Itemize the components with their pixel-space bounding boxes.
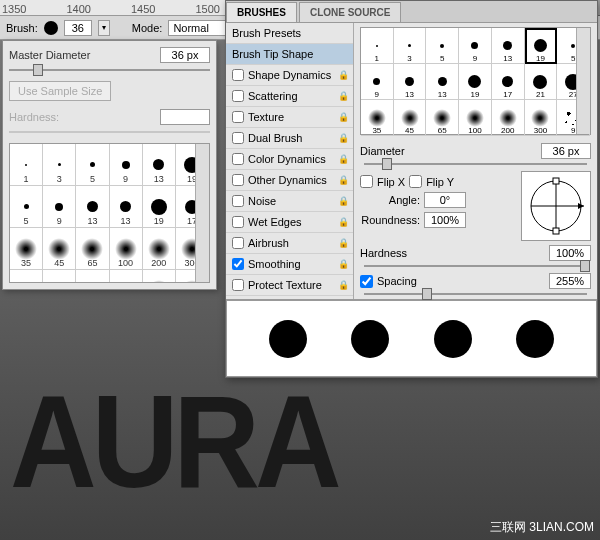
brush-preset-cell[interactable]: 17 — [110, 270, 143, 283]
brush-preset-cell[interactable]: 19 — [76, 270, 109, 283]
brush-preset-cell[interactable]: 13 — [143, 144, 176, 186]
brush-tip-cell[interactable]: 35 — [361, 100, 394, 136]
brush-option-item[interactable]: Dual Brush🔒 — [226, 128, 353, 149]
roundness-field[interactable]: 100% — [424, 212, 466, 228]
option-label: Color Dynamics — [248, 153, 326, 165]
brush-option-item[interactable]: Airbrush🔒 — [226, 233, 353, 254]
brush-tip-cell[interactable]: 17 — [492, 64, 525, 100]
brush-preset-cell[interactable]: 13 — [110, 186, 143, 228]
brush-option-item[interactable]: Shape Dynamics🔒 — [226, 65, 353, 86]
brush-preset-cell[interactable]: 45 — [143, 270, 176, 283]
preview-dot-icon — [269, 320, 307, 358]
preview-dot-icon — [351, 320, 389, 358]
master-diameter-field[interactable]: 36 px — [160, 47, 210, 63]
brush-tip-shape-item[interactable]: Brush Tip Shape — [226, 44, 353, 65]
option-checkbox[interactable] — [232, 111, 244, 123]
brush-size-field[interactable]: 36 — [64, 20, 92, 36]
brush-preset-cell[interactable]: 9 — [43, 186, 76, 228]
flip-x-checkbox[interactable] — [360, 175, 373, 188]
brush-presets-item[interactable]: Brush Presets — [226, 23, 353, 44]
brush-tip-cell[interactable]: 21 — [525, 64, 558, 100]
brush-tip-cell[interactable]: 100 — [459, 100, 492, 136]
brush-tip-cell[interactable]: 300 — [525, 100, 558, 136]
master-diameter-slider[interactable] — [9, 69, 210, 71]
option-checkbox[interactable] — [232, 258, 244, 270]
hardness-field[interactable]: 100% — [549, 245, 591, 261]
brush-tip-cell[interactable]: 13 — [426, 64, 459, 100]
brush-option-item[interactable]: Scattering🔒 — [226, 86, 353, 107]
brush-preset-cell[interactable]: 9 — [10, 270, 43, 283]
brush-preset-cell[interactable]: 19 — [143, 186, 176, 228]
tab-clone-source[interactable]: CLONE SOURCE — [299, 2, 402, 22]
flip-y-checkbox[interactable] — [409, 175, 422, 188]
scrollbar[interactable] — [195, 144, 209, 282]
brush-option-item[interactable]: Texture🔒 — [226, 107, 353, 128]
option-checkbox[interactable] — [232, 279, 244, 291]
svg-rect-4 — [553, 178, 559, 184]
brush-preset-cell[interactable]: 13 — [43, 270, 76, 283]
option-label: Airbrush — [248, 237, 289, 249]
diameter-field[interactable]: 36 px — [541, 143, 591, 159]
brush-preset-grid[interactable]: 1359131959131319173545651002003009131917… — [9, 143, 210, 283]
brush-tip-cell[interactable]: 200 — [492, 100, 525, 136]
brush-option-item[interactable]: Other Dynamics🔒 — [226, 170, 353, 191]
brush-tip-cell[interactable]: 19 — [459, 64, 492, 100]
option-checkbox[interactable] — [232, 216, 244, 228]
brush-tip-cell[interactable]: 65 — [426, 100, 459, 136]
spacing-slider[interactable] — [364, 293, 587, 295]
brush-option-item[interactable]: Noise🔒 — [226, 191, 353, 212]
brush-preset-cell[interactable]: 13 — [76, 186, 109, 228]
option-checkbox[interactable] — [232, 237, 244, 249]
tab-brushes[interactable]: BRUSHES — [226, 2, 297, 22]
hardness-slider[interactable] — [364, 265, 587, 267]
spacing-field[interactable]: 255% — [549, 273, 591, 289]
brush-option-item[interactable]: Smoothing🔒 — [226, 254, 353, 275]
brush-option-item[interactable]: Wet Edges🔒 — [226, 212, 353, 233]
brush-tip-cell[interactable]: 3 — [394, 28, 427, 64]
brush-picker-panel: Master Diameter 36 px Use Sample Size Ha… — [2, 40, 217, 290]
spacing-checkbox[interactable] — [360, 275, 373, 288]
brush-preset-cell[interactable]: 3 — [43, 144, 76, 186]
brush-tip-grid[interactable]: 13591319591313191721273545651002003009 — [360, 27, 591, 135]
brush-tip-cell[interactable]: 5 — [426, 28, 459, 64]
brush-tip-cell[interactable]: 19 — [525, 28, 558, 64]
option-checkbox[interactable] — [232, 90, 244, 102]
lock-icon: 🔒 — [338, 196, 349, 206]
brush-preset-cell[interactable]: 45 — [43, 228, 76, 270]
lock-icon: 🔒 — [338, 280, 349, 290]
option-label: Other Dynamics — [248, 174, 327, 186]
roundness-label: Roundness: — [360, 214, 420, 226]
brush-preset-cell[interactable]: 100 — [110, 228, 143, 270]
brush-preset-cell[interactable]: 1 — [10, 144, 43, 186]
option-checkbox[interactable] — [232, 132, 244, 144]
brush-preset-cell[interactable]: 9 — [110, 144, 143, 186]
angle-preview-widget[interactable] — [521, 171, 591, 241]
option-checkbox[interactable] — [232, 174, 244, 186]
option-label: Smoothing — [248, 258, 301, 270]
hardness-field — [160, 109, 210, 125]
brush-tip-cell[interactable]: 13 — [394, 64, 427, 100]
option-checkbox[interactable] — [232, 69, 244, 81]
brush-tip-cell[interactable]: 13 — [492, 28, 525, 64]
brush-dropdown-icon[interactable]: ▾ — [98, 20, 110, 36]
diameter-slider[interactable] — [364, 163, 587, 165]
use-sample-size-button: Use Sample Size — [9, 81, 111, 101]
brush-tip-cell[interactable]: 1 — [361, 28, 394, 64]
scrollbar[interactable] — [576, 28, 590, 134]
brush-option-item[interactable]: Color Dynamics🔒 — [226, 149, 353, 170]
option-label: Shape Dynamics — [248, 69, 331, 81]
brush-preset-cell[interactable]: 200 — [143, 228, 176, 270]
brush-preset-cell[interactable]: 65 — [76, 228, 109, 270]
brush-preview-icon[interactable] — [44, 21, 58, 35]
option-checkbox[interactable] — [232, 153, 244, 165]
brush-preset-cell[interactable]: 5 — [76, 144, 109, 186]
master-diameter-label: Master Diameter — [9, 49, 90, 61]
brush-tip-cell[interactable]: 9 — [459, 28, 492, 64]
brush-preset-cell[interactable]: 35 — [10, 228, 43, 270]
brush-tip-cell[interactable]: 9 — [361, 64, 394, 100]
option-checkbox[interactable] — [232, 195, 244, 207]
brush-preset-cell[interactable]: 5 — [10, 186, 43, 228]
brush-option-item[interactable]: Protect Texture🔒 — [226, 275, 353, 296]
brush-tip-cell[interactable]: 45 — [394, 100, 427, 136]
angle-field[interactable]: 0° — [424, 192, 466, 208]
